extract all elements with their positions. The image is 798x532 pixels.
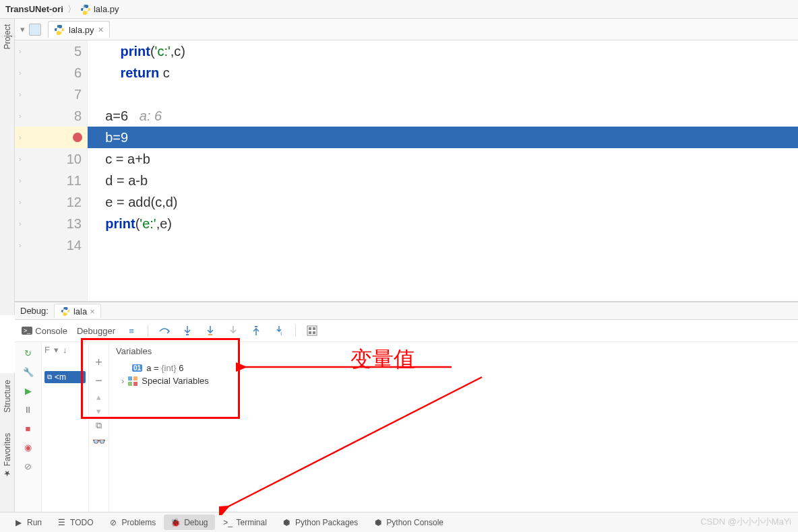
view-breakpoints-icon[interactable]: ◉ (22, 440, 35, 454)
variables-panel: Variables 01 a = {int} 6 › Special Varia… (109, 342, 798, 512)
project-tool-button[interactable]: Project (3, 22, 12, 52)
step-out-icon[interactable] (249, 324, 263, 337)
console-tab[interactable]: >_Console (22, 324, 67, 337)
chevron-right-icon: 〉 (67, 3, 76, 15)
svg-point-0 (84, 5, 84, 6)
breadcrumb-root[interactable]: TransUNet-ori (5, 4, 63, 14)
chevron-down-icon[interactable]: ▾ (20, 24, 25, 34)
vars-toolbar: + − ▴▾ ⧉ 👓 (89, 342, 109, 512)
special-variables-row[interactable]: › Special Variables (132, 374, 791, 387)
svg-rect-4 (255, 326, 257, 327)
int-type-icon: 01 (132, 364, 142, 372)
editor-tab[interactable]: lala.py × (48, 21, 110, 38)
code-editor[interactable]: ›5›6›7›8›9›10›11›12›13›14 print('c:',c) … (15, 40, 798, 301)
svg-rect-8 (313, 327, 315, 330)
svg-rect-3 (208, 334, 212, 335)
problems-tool-button[interactable]: ⊘Problems (101, 514, 162, 530)
debug-run-config-tab[interactable]: lala × (54, 304, 101, 318)
todo-tool-button[interactable]: ☰TODO (50, 514, 100, 530)
evaluate-expression-icon[interactable] (305, 324, 319, 337)
step-into-icon[interactable] (181, 324, 194, 337)
tab-label: lala.py (69, 25, 94, 35)
stop-icon[interactable]: ■ (22, 422, 35, 435)
pause-icon[interactable]: ⏸ (22, 403, 35, 416)
python-console-icon: ⬢ (373, 517, 383, 527)
force-step-into-icon (226, 324, 240, 337)
frames-panel: F▾↓ ⧉<m (42, 342, 89, 512)
packages-tool-button[interactable]: ⬢Python Packages (275, 514, 365, 530)
packages-icon: ⬢ (282, 517, 292, 527)
left-bottom-sidebar: Structure ★ Favorites (0, 373, 15, 512)
debug-tool-button[interactable]: 🐞Debug (164, 514, 214, 530)
debug-run-controls: ↻ 🔧 ▶ ⏸ ■ ◉ ⊘ (15, 342, 42, 512)
python-file-icon (54, 24, 65, 35)
left-sidebar: Project (0, 19, 15, 315)
svg-rect-7 (309, 327, 311, 330)
structure-tool-button[interactable]: Structure (3, 380, 12, 413)
close-icon[interactable]: × (98, 24, 104, 35)
svg-rect-2 (186, 334, 189, 335)
copy-icon[interactable]: ⧉ (96, 420, 102, 431)
toolstrip-square-icon[interactable] (29, 24, 41, 36)
editor-toolstrip: ▾ lala.py × (15, 19, 798, 40)
svg-rect-10 (313, 331, 315, 334)
debug-panel: Debug: lala × >_Console Debugger ≡ I (15, 302, 798, 512)
rerun-icon[interactable]: ↻ (22, 346, 35, 360)
debug-toolbar: >_Console Debugger ≡ I (15, 320, 798, 342)
python-file-icon (60, 306, 71, 317)
list-icon: ☰ (57, 517, 67, 527)
terminal-tool-button[interactable]: >_Terminal (216, 514, 274, 530)
glasses-icon[interactable]: 👓 (92, 435, 106, 448)
svg-point-1 (86, 12, 87, 13)
bug-icon: 🐞 (171, 517, 181, 527)
watermark: CSDN @小小小小MaYi (700, 516, 791, 528)
python-file-icon (80, 4, 91, 15)
python-console-tool-button[interactable]: ⬢Python Console (366, 514, 450, 530)
run-to-cursor-icon[interactable]: I (272, 324, 286, 337)
terminal-icon: >_ (223, 517, 233, 527)
add-watch-icon[interactable]: + (95, 356, 102, 370)
close-icon[interactable]: × (90, 306, 95, 317)
run-tool-button[interactable]: ▶Run (7, 514, 49, 530)
variables-title: Variables (116, 346, 791, 356)
bottom-bar: ▶Run ☰TODO ⊘Problems 🐞Debug >_Terminal ⬢… (0, 512, 798, 532)
variable-row[interactable]: 01 a = {int} 6 (132, 362, 791, 374)
svg-text:I: I (280, 331, 282, 337)
debug-tab-bar: Debug: lala × (15, 302, 798, 320)
favorites-tool-button[interactable]: ★ Favorites (3, 433, 12, 478)
special-vars-icon (128, 376, 137, 386)
editor-area: ▾ lala.py × ›5›6›7›8›9›10›11›12›13›14 pr… (15, 19, 798, 302)
breakpoint-icon[interactable] (73, 133, 82, 142)
resume-icon[interactable]: ▶ (22, 384, 35, 397)
frame-item[interactable]: ⧉<m (44, 371, 86, 383)
mute-breakpoints-icon[interactable]: ⊘ (22, 459, 35, 473)
debug-panel-label: Debug: (20, 306, 49, 316)
breadcrumb: TransUNet-ori 〉 lala.py (0, 0, 798, 19)
wrench-icon[interactable]: 🔧 (22, 365, 35, 378)
threads-icon[interactable]: ≡ (125, 324, 138, 337)
play-icon: ▶ (13, 517, 24, 527)
step-over-icon[interactable] (158, 324, 171, 337)
svg-rect-9 (309, 331, 311, 334)
remove-watch-icon[interactable]: − (95, 374, 102, 388)
warning-icon: ⊘ (108, 517, 118, 527)
breadcrumb-file[interactable]: lala.py (80, 4, 119, 15)
step-into-my-code-icon[interactable] (204, 324, 217, 337)
debugger-tab[interactable]: Debugger (77, 324, 115, 337)
